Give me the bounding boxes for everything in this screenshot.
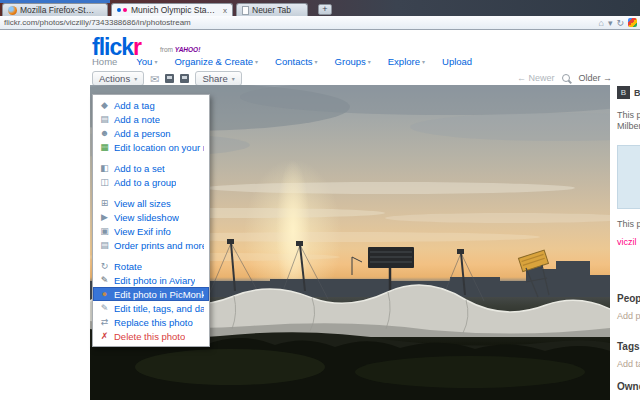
exif-info-icon: ▣ [98,225,111,238]
window-titlebar-fragment [0,0,110,3]
photo-sidebar: B B This ph Milbertsh This p viczil Peop… [617,86,640,400]
photostream-link[interactable]: viczil [617,237,640,247]
nav-link[interactable]: Home [92,56,119,67]
tab-title: Munich Olympic Stadium | Flickr - Ph... [131,5,218,15]
edit-title-icon: ✎ [98,302,111,315]
tab-title: Mozilla Firefox-Startseite [20,5,97,15]
appears-in-line: This p [617,219,640,229]
group-icon: ◫ [98,176,111,189]
nav-link[interactable]: Groups▾ [335,56,371,67]
owner-row: B B [617,86,640,99]
browser-tab[interactable]: Neuer Tab [236,3,308,16]
chevron-down-icon[interactable]: ▾ [608,18,613,28]
tab-strip: Mozilla Firefox-Startseite Munich Olympi… [2,3,308,16]
tab-title: Neuer Tab [252,5,297,15]
owner-name[interactable]: B [634,88,640,98]
menu-item[interactable]: ⊞ View all sizes [93,196,209,210]
chevron-down-icon: ▾ [255,59,258,65]
slideshow-icon: ▶ [98,211,111,224]
actions-button[interactable]: Actions ▾ [92,71,144,86]
email-icon[interactable]: ✉ [150,73,159,85]
chevron-down-icon: ▾ [134,75,137,82]
reload-icon[interactable]: ↻ [616,18,624,28]
menu-item[interactable]: ☻ Add a person [93,126,209,140]
add-people-link[interactable]: Add pe [617,311,640,321]
add-tags-link[interactable]: Add ta [617,359,640,369]
avatar[interactable]: B [617,86,630,99]
nav-link[interactable]: Organize & Create▾ [174,56,258,67]
order-prints-icon: ▤ [98,239,111,252]
tag-icon: ◆ [98,99,111,112]
blank-page-icon [242,6,249,15]
menu-item[interactable]: ✎ Edit title, tags, and dates [93,301,209,315]
magnifier-icon[interactable] [562,74,570,82]
chevron-down-icon: ▾ [232,75,235,82]
page-content: flickr from YAHOO! Home You▾ Organize & … [0,30,640,400]
share-button[interactable]: Share ▾ [195,71,241,86]
browser-window: Mozilla Firefox-Startseite Munich Olympi… [0,0,640,400]
url-bar[interactable]: flickr.com/photos/viczilly/7343388686/in… [0,16,640,30]
people-heading: People [617,293,640,304]
aviary-icon: ✎ [98,274,111,287]
map-thumbnail[interactable] [617,145,640,209]
newer-link[interactable]: ← Newer [517,73,555,83]
menu-item[interactable]: ◧ Add to a set [93,161,209,175]
chevron-down-icon: ▾ [315,59,318,65]
photo-location-line: Milbertsh [617,121,640,131]
nav-link[interactable]: Upload [442,56,474,67]
chevron-down-icon: ▾ [368,59,371,65]
browser-tab[interactable]: Munich Olympic Stadium | Flickr - Ph... … [111,3,233,16]
logo-from-yahoo: from YAHOO! [160,46,220,53]
nav-link[interactable]: Explore▾ [388,56,425,67]
yahoo-wordmark: YAHOO! [175,46,201,53]
menu-item[interactable]: ⇄ Replace this photo [93,315,209,329]
delete-icon: ✗ [98,330,111,343]
tab-close-icon[interactable]: x [223,6,227,15]
menu-item[interactable]: ▦ Edit location on your map [93,140,209,154]
menu-item[interactable]: ✎ Edit photo in Aviary [93,273,209,287]
chevron-down-icon: ▾ [154,59,157,65]
blog-this-icon-1[interactable] [165,74,174,83]
chevron-down-icon: ▾ [422,59,425,65]
note-icon: ▤ [98,113,111,126]
set-icon: ◧ [98,162,111,175]
menu-item[interactable]: ◫ Add to a group [93,175,209,189]
menu-item[interactable]: ↻ Rotate [93,259,209,273]
picmonkey-icon: ● [98,288,111,301]
nav-link[interactable]: Contacts▾ [275,56,318,67]
menu-item[interactable]: ◆ Add a tag [93,98,209,112]
owner-settings-heading: Owner se [617,381,640,392]
view-all-sizes-icon: ⊞ [98,197,111,210]
url-bar-icons: ⌂ ▾ ↻ [598,18,640,28]
menu-item[interactable]: ▤ Order prints and more [93,238,209,252]
rotate-icon: ↻ [98,260,111,273]
tags-heading: Tags [617,341,640,352]
older-link[interactable]: Older → [578,73,612,83]
menu-item[interactable]: ✗ Delete this photo [93,329,209,343]
menu-item [93,189,209,196]
menu-item [93,154,209,161]
map-icon: ▦ [98,141,111,154]
menu-item[interactable]: ● Edit photo in PicMonkey [93,287,209,301]
blog-this-icon-2[interactable] [180,74,189,83]
actions-dropdown-menu: ◆ Add a tag ▤ Add a note ☻ Add a person … [92,94,210,347]
replace-icon: ⇄ [98,316,111,329]
browser-tab[interactable]: Mozilla Firefox-Startseite [2,3,108,16]
search-engine-icon[interactable] [628,18,637,27]
home-icon[interactable]: ⌂ [598,18,603,28]
person-icon: ☻ [98,127,111,140]
menu-item[interactable]: ▤ Add a note [93,112,209,126]
menu-item[interactable]: ▣ View Exif info [93,224,209,238]
new-tab-button[interactable]: + [318,4,332,15]
firefox-icon [8,6,17,15]
menu-item [93,252,209,259]
main-nav: Home You▾ Organize & Create▾ Contacts▾ G… [92,56,474,67]
flickr-favicon [117,8,121,12]
nav-link[interactable]: You▾ [136,56,157,67]
photo-info-line: This ph [617,110,640,120]
menu-item[interactable]: ▶ View slideshow [93,210,209,224]
url-text[interactable]: flickr.com/photos/viczilly/7343388686/in… [0,18,598,27]
toolbar-right-group: ← Newer Older → [517,73,612,83]
